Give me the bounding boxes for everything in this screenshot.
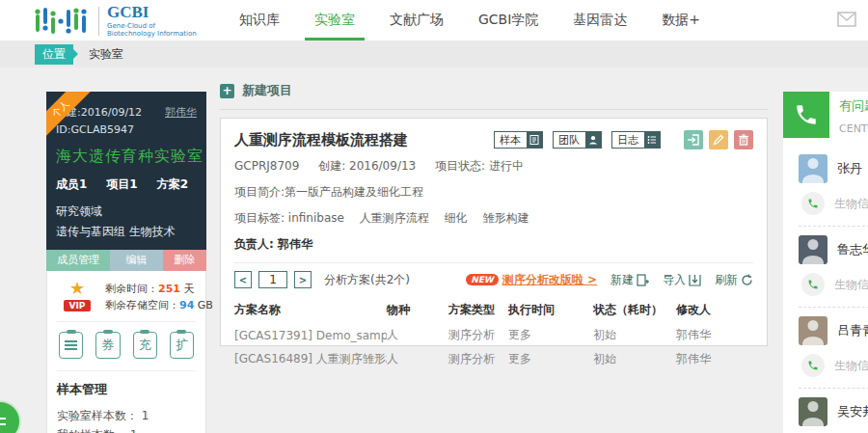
lab-sample-count: 实验室样本数： 1 [57,406,196,425]
next-page-button[interactable]: > [294,271,312,288]
nav-gene-radar[interactable]: 基因雷达 [563,0,637,41]
breadcrumb: 位置 实验室 [0,41,868,68]
project-tag: 雏形构建 [482,211,529,225]
nav-laboratory[interactable]: 实验室 [305,0,365,41]
lab-card-tabs: 成员管理 编辑 删除 [46,250,206,271]
bill-list-icon[interactable] [59,332,83,359]
nav-gcbi-academy[interactable]: GCBI学院 [469,0,548,41]
trash-icon [738,134,749,146]
stat-plans[interactable]: 方案2 [157,176,188,193]
plan-name-link[interactable]: [GCAS17391] Demo_sample1_20... [234,323,387,347]
consultant-desc: 生物信息学 [834,277,868,293]
consultant-desc: 生物信息学 [834,358,868,374]
avatar [799,316,827,345]
project-intro: 项目简介:第一版产品构建及细化工程 [234,183,753,202]
avatar [799,397,827,426]
research-fields: 遗传与基因组 生物技术 [56,224,197,240]
dna-logo-icon [33,3,93,40]
sequencing-promo-link[interactable]: 测序分析改版啦 > [502,272,597,288]
project-tag: 细化 [445,211,468,225]
project-title[interactable]: 人重测序流程模板流程搭建 [234,131,408,149]
help-header: 有问题？ CENTER 服 [783,92,868,138]
logo-subtitle: Gene-Cloud of Biotechnology Information [107,22,197,38]
new-project-button[interactable]: + 新建项目 [220,82,768,110]
vip-badge: ★ VIP [57,283,97,312]
plan-name-link[interactable]: [GCAS16489] 人重测序雏形构建 [234,347,387,371]
sidebar-body: ★ VIP 剩余时间：251 天 剩余存储空间：94 GB 券 充 扩 样本管理… [46,271,206,433]
gcbi-logo[interactable]: GCBI Gene-Cloud of Biotechnology Informa… [33,3,197,40]
team-button[interactable]: 团队 [553,131,602,149]
phone-icon [807,198,819,209]
list-item: 吴安邦 生物信息学 [799,389,868,433]
vip-section: ★ VIP 剩余时间：251 天 剩余存储空间：94 GB [57,279,196,322]
lab-id: ID:GCLAB5947 [56,123,197,136]
refresh-button[interactable]: 刷新 [715,272,753,288]
stat-members[interactable]: 成员1 [56,176,87,193]
member-management-tab[interactable]: 成员管理 [46,250,110,271]
lab-owner-link[interactable]: 郭伟华 [165,105,197,120]
import-icon [689,274,701,286]
consultant-name: 吕青青 [837,322,868,339]
consultant-name: 吴安邦 [837,403,868,420]
new-badge: NEW [466,274,499,285]
phone-icon [794,102,819,127]
side-float-button[interactable] [0,400,21,433]
stat-projects[interactable]: 项目1 [106,176,137,193]
log-button[interactable]: 日志 [611,131,661,149]
delete-lab-tab[interactable]: 删除 [163,250,206,271]
list-item: 张丹 生物信息学 [799,146,868,227]
call-button[interactable] [801,192,825,215]
phone-icon [807,360,819,371]
lab-info-card: 个人 创建:2016/09/12 郭伟华 ID:GCLAB5947 海大遗传育种… [46,92,206,271]
table-row: [GCAS16489] 人重测序雏形构建 人 测序分析 更多 初始 郭伟华 [234,347,753,371]
vip-star-icon: ★ [57,283,97,294]
remaining-days: 251 [158,283,180,295]
nav-literature-plaza[interactable]: 文献广场 [380,0,453,41]
coupon-icon[interactable]: 券 [95,332,120,359]
exec-time-more-link[interactable]: 更多 [508,323,593,347]
logo-title: GCBI [107,5,197,20]
create-plan-button[interactable]: 新建 [610,272,649,288]
sample-button[interactable]: 样本 [494,131,543,149]
list-icon [644,132,660,148]
new-doc-icon [637,274,649,286]
list-item: 吕青青 生物信息学 [799,308,868,389]
expand-icon[interactable]: 扩 [170,332,194,359]
help-title: 有问题？ [839,97,868,115]
consultant-name: 张丹 [837,160,862,177]
table-row: [GCAS17391] Demo_sample1_20... 人 测序分析 更多… [234,323,753,347]
phone-button[interactable] [783,92,829,138]
nav-data-plus[interactable]: 数据+ [652,0,710,41]
edit-pencil-icon [713,134,724,146]
lab-sidebar: 个人 创建:2016/09/12 郭伟华 ID:GCLAB5947 海大遗传育种… [46,92,206,433]
project-meta-line: GCPRJ8709 创建: 2016/09/13 项目状态: 进行中 [234,157,753,176]
exec-time-more-link[interactable]: 更多 [508,347,593,371]
person-icon [585,132,601,148]
edit-lab-tab[interactable]: 编辑 [110,250,163,271]
page: GCBI Gene-Cloud of Biotechnology Informa… [0,0,868,433]
breadcrumb-current[interactable]: 实验室 [89,46,123,63]
mail-icon[interactable] [837,12,856,27]
phone-icon [807,279,819,290]
enter-icon [688,134,699,146]
project-tags: 项目标签: infinibase 人重测序流程 细化 雏形构建 [234,209,753,228]
nav-knowledge-base[interactable]: 知识库 [230,0,289,41]
import-plan-button[interactable]: 导入 [663,272,701,288]
project-id: GCPRJ8709 [234,159,299,173]
recharge-icon[interactable]: 充 [133,332,157,359]
page-number-box[interactable]: 1 [258,271,287,288]
call-button[interactable] [801,273,825,296]
call-button[interactable] [801,354,825,377]
delete-project-button[interactable] [734,130,753,149]
plus-icon: + [220,84,234,98]
main-nav: 知识库 实验室 文献广场 GCBI学院 基因雷达 数据+ [230,0,725,41]
consultant-list: 张丹 生物信息学 鲁志华 生物信息学 吕青青 生物信息学 吴安邦 生物信息学 赵… [783,138,868,433]
document-icon [527,132,542,148]
prev-page-button[interactable]: < [234,271,252,288]
lab-name: 海大遗传育种实验室 [56,147,197,167]
project-tag: 人重测序流程 [360,211,429,225]
enter-project-button[interactable] [684,130,703,149]
plan-count-label: 分析方案(共2个) [324,272,410,288]
my-sample-count: 我的样本数： 1 [57,425,196,433]
edit-project-button[interactable] [709,130,728,149]
